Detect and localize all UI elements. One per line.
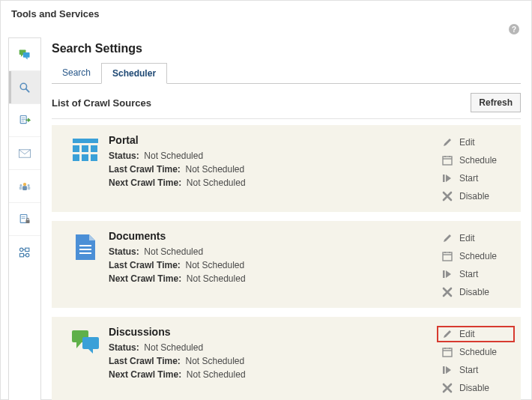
sidebar-item-discussions[interactable] bbox=[9, 38, 40, 71]
schedule-icon bbox=[441, 346, 453, 358]
status-value: Not Scheduled bbox=[144, 342, 203, 353]
start-action[interactable]: Start bbox=[438, 267, 513, 281]
schedule-label: Schedule bbox=[459, 251, 497, 261]
status-label: Status: bbox=[109, 246, 139, 257]
edit-action[interactable]: Edit bbox=[438, 231, 513, 245]
disable-action[interactable]: Disable bbox=[438, 285, 513, 299]
start-action[interactable]: Start bbox=[438, 172, 513, 185]
disable-icon bbox=[441, 286, 453, 298]
svg-rect-30 bbox=[443, 157, 452, 165]
tab-scheduler[interactable]: Scheduler bbox=[101, 63, 167, 84]
svg-rect-42 bbox=[443, 270, 445, 278]
page-header-title: Tools and Services bbox=[8, 7, 524, 24]
sidebar-item-page-lock[interactable] bbox=[9, 203, 40, 236]
pencil-icon bbox=[441, 232, 453, 244]
status-label: Status: bbox=[109, 342, 139, 353]
schedule-label: Schedule bbox=[459, 155, 497, 166]
pencil-icon bbox=[441, 136, 453, 148]
disable-label: Disable bbox=[459, 191, 489, 201]
documents-icon bbox=[74, 233, 97, 264]
discussions-icon bbox=[70, 329, 100, 357]
search-icon bbox=[19, 82, 31, 94]
svg-rect-12 bbox=[19, 187, 22, 190]
schedule-action[interactable]: Schedule bbox=[438, 154, 513, 167]
schedule-label: Schedule bbox=[459, 347, 497, 357]
disable-action[interactable]: Disable bbox=[438, 381, 513, 395]
start-icon bbox=[441, 364, 453, 376]
svg-point-19 bbox=[19, 248, 22, 251]
svg-rect-26 bbox=[91, 145, 97, 152]
schedule-icon bbox=[441, 250, 453, 262]
divider bbox=[52, 118, 521, 119]
svg-rect-20 bbox=[25, 248, 29, 251]
help-icon[interactable]: ? bbox=[509, 24, 519, 34]
sidebar bbox=[8, 37, 41, 400]
edit-action[interactable]: Edit bbox=[438, 136, 513, 149]
edit-action[interactable]: Edit bbox=[438, 327, 513, 341]
sidebar-item-workflow[interactable] bbox=[9, 236, 40, 269]
sidebar-item-people[interactable] bbox=[9, 170, 40, 203]
svg-rect-21 bbox=[19, 253, 23, 256]
svg-line-3 bbox=[26, 88, 29, 91]
svg-rect-14 bbox=[28, 187, 31, 190]
sidebar-item-export[interactable] bbox=[9, 104, 40, 137]
svg-rect-29 bbox=[91, 154, 97, 161]
last-crawl-value: Not Scheduled bbox=[185, 356, 244, 366]
next-crawl-value: Not Scheduled bbox=[187, 369, 246, 380]
disable-label: Disable bbox=[459, 287, 489, 297]
tab-search[interactable]: Search bbox=[52, 63, 101, 83]
next-crawl-label: Next Crawl Time: bbox=[109, 369, 181, 380]
start-icon bbox=[441, 268, 453, 280]
edit-label: Edit bbox=[459, 329, 475, 339]
last-crawl-label: Last Crawl Time: bbox=[109, 356, 181, 366]
edit-label: Edit bbox=[459, 233, 475, 243]
schedule-icon bbox=[441, 154, 453, 166]
source-name: Discussions bbox=[109, 326, 438, 341]
svg-point-13 bbox=[28, 184, 30, 187]
disable-label: Disable bbox=[459, 383, 489, 393]
edit-label: Edit bbox=[459, 137, 475, 148]
svg-rect-25 bbox=[82, 145, 88, 152]
last-crawl-label: Last Crawl Time: bbox=[109, 260, 181, 270]
refresh-button[interactable]: Refresh bbox=[471, 93, 521, 112]
document-export-icon bbox=[19, 115, 31, 127]
tab-bar: Search Scheduler bbox=[52, 63, 521, 84]
sidebar-item-mail[interactable] bbox=[9, 137, 40, 170]
pencil-icon bbox=[441, 328, 453, 340]
disable-icon bbox=[441, 382, 453, 394]
list-title: List of Crawl Sources bbox=[52, 97, 151, 109]
disable-icon bbox=[441, 190, 453, 202]
start-action[interactable]: Start bbox=[438, 363, 513, 377]
last-crawl-value: Not Scheduled bbox=[185, 260, 244, 270]
page-lock-icon bbox=[19, 213, 31, 225]
crawl-source-card: Portal Status: Not Scheduled Last Crawl … bbox=[52, 125, 521, 212]
start-label: Start bbox=[459, 269, 478, 279]
people-icon bbox=[19, 181, 31, 193]
source-name: Documents bbox=[109, 230, 438, 245]
svg-rect-27 bbox=[73, 154, 79, 161]
svg-rect-23 bbox=[73, 139, 98, 143]
next-crawl-value: Not Scheduled bbox=[187, 273, 246, 284]
start-icon bbox=[441, 172, 453, 184]
svg-rect-44 bbox=[82, 337, 99, 349]
start-label: Start bbox=[459, 173, 478, 184]
svg-rect-45 bbox=[443, 348, 452, 357]
disable-action[interactable]: Disable bbox=[438, 190, 513, 203]
workflow-icon bbox=[19, 246, 31, 258]
svg-point-11 bbox=[19, 184, 22, 187]
svg-point-22 bbox=[25, 253, 28, 256]
last-crawl-label: Last Crawl Time: bbox=[109, 164, 181, 175]
start-label: Start bbox=[459, 365, 478, 375]
svg-rect-24 bbox=[73, 145, 79, 152]
crawl-source-card: Discussions Status: Not Scheduled Last C… bbox=[52, 317, 521, 400]
schedule-action[interactable]: Schedule bbox=[438, 345, 513, 359]
mail-icon bbox=[19, 148, 31, 160]
svg-rect-10 bbox=[22, 186, 27, 190]
portal-icon bbox=[72, 137, 99, 165]
sidebar-item-search[interactable] bbox=[9, 71, 40, 104]
schedule-action[interactable]: Schedule bbox=[438, 249, 513, 263]
svg-rect-49 bbox=[443, 366, 445, 374]
next-crawl-label: Next Crawl Time: bbox=[109, 178, 181, 188]
svg-rect-18 bbox=[25, 219, 29, 222]
svg-rect-28 bbox=[82, 154, 88, 161]
